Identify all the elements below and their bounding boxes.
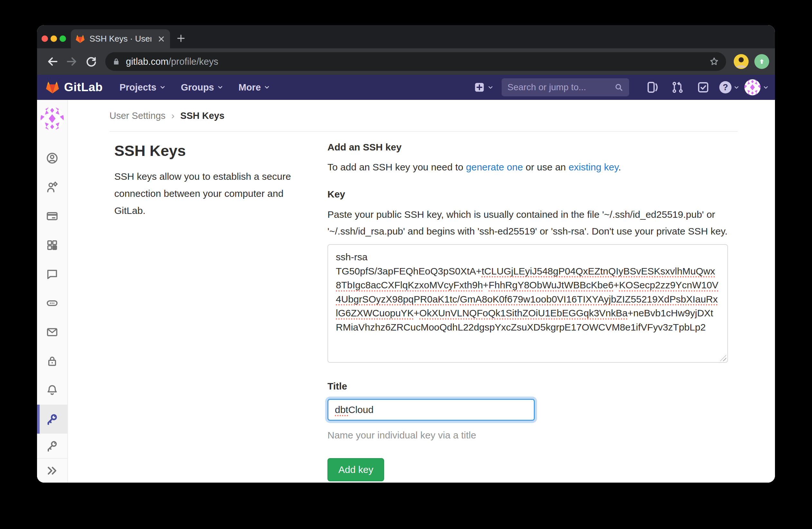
- url-path: /profile/keys: [169, 56, 218, 67]
- browser-profile-avatar[interactable]: [734, 54, 749, 69]
- chevron-down-icon: [734, 85, 739, 90]
- add-key-button[interactable]: Add key: [328, 458, 384, 481]
- form-title: Add an SSH key: [328, 142, 728, 153]
- ssh-key-textarea[interactable]: ssh-rsa TG50pfS/3apFEQhEoQ3pS0XtA+tCLUGj…: [328, 244, 728, 363]
- menu-projects[interactable]: Projects: [119, 82, 165, 93]
- sidebar-item-emails[interactable]: [37, 318, 67, 347]
- sidebar-item-ssh-keys[interactable]: [37, 405, 67, 434]
- menu-more[interactable]: More: [238, 82, 270, 93]
- page-content: User Settings › SSH Keys SSH Keys SSH ke…: [37, 100, 775, 483]
- todos-icon[interactable]: [697, 81, 710, 94]
- sidebar-item-notifications[interactable]: [37, 376, 67, 405]
- gpg-key-icon: [46, 440, 59, 452]
- tab-title: SSH Keys · User Settings · GitL: [89, 34, 151, 44]
- url-bar[interactable]: gitlab.com/profile/keys: [105, 52, 726, 71]
- reload-icon[interactable]: [85, 55, 98, 68]
- tab-strip: SSH Keys · User Settings · GitL: [37, 25, 775, 48]
- breadcrumb-ssh-keys: SSH Keys: [180, 111, 224, 121]
- gitlab-navbar: GitLab Projects Groups More Search or ju…: [37, 75, 775, 100]
- gitlab-favicon-icon: [75, 34, 85, 43]
- new-menu-button[interactable]: [474, 82, 493, 93]
- password-lock-icon: [46, 355, 59, 368]
- search-input[interactable]: Search or jump to...: [502, 78, 629, 96]
- section-description: SSH Keys SSH keys allow you to establish…: [114, 142, 298, 219]
- browser-toolbar: gitlab.com/profile/keys: [37, 48, 775, 75]
- issues-icon[interactable]: [645, 81, 658, 94]
- profile-icon: [46, 152, 59, 165]
- add-ssh-key-form: Add an SSH key To add an SSH key you nee…: [328, 142, 728, 483]
- search-icon: [614, 83, 623, 92]
- breadcrumb-divider: [110, 131, 738, 132]
- existing-key-link[interactable]: existing key: [569, 162, 619, 172]
- chevron-down-icon: [488, 85, 493, 90]
- title-field-help: Name your individual key via a title: [328, 430, 728, 441]
- title-field-label: Title: [328, 381, 728, 392]
- menu-groups[interactable]: Groups: [181, 82, 223, 93]
- ssh-key-icon: [46, 413, 59, 426]
- plus-square-icon: [474, 82, 485, 93]
- breadcrumb-user-settings[interactable]: User Settings: [110, 111, 165, 121]
- gitlab-logo-icon[interactable]: [45, 81, 60, 94]
- sidebar-item-chat[interactable]: [37, 260, 67, 289]
- sidebar-expand-button[interactable]: [37, 458, 67, 483]
- access-tokens-icon: [46, 297, 59, 310]
- browser-update-button[interactable]: [754, 54, 769, 69]
- sidebar-item-billing[interactable]: [37, 202, 67, 231]
- account-icon: [46, 181, 59, 194]
- page-title: SSH Keys: [114, 142, 298, 159]
- sidebar-item-password[interactable]: [37, 347, 67, 376]
- sidebar-item-applications[interactable]: [37, 231, 67, 260]
- close-window-button[interactable]: [42, 35, 48, 42]
- arrow-up-icon: [758, 58, 766, 66]
- sidebar-user-avatar: [37, 100, 67, 144]
- chevron-down-icon: [217, 84, 223, 90]
- sidebar-item-gpg-keys[interactable]: [37, 434, 67, 458]
- help-menu-button[interactable]: ?: [719, 81, 739, 94]
- forward-icon[interactable]: [66, 55, 78, 68]
- breadcrumb-separator: ›: [171, 110, 174, 121]
- chat-icon: [46, 268, 59, 281]
- key-field-label: Key: [328, 189, 728, 200]
- window-controls: [42, 35, 66, 42]
- desktop: { "browser": { "tab_title": "SSH Keys · …: [0, 0, 812, 529]
- breadcrumb: User Settings › SSH Keys: [110, 110, 224, 121]
- maximize-window-button[interactable]: [60, 35, 66, 42]
- billing-icon: [46, 210, 59, 223]
- close-tab-icon[interactable]: [157, 35, 165, 43]
- page-description: SSH keys allow you to establish a secure…: [114, 168, 298, 219]
- search-placeholder: Search or jump to...: [507, 82, 614, 92]
- double-chevron-right-icon: [46, 464, 59, 477]
- applications-icon: [46, 239, 59, 252]
- generate-one-link[interactable]: generate one: [466, 162, 523, 172]
- notifications-bell-icon: [46, 384, 59, 397]
- help-icon: ?: [719, 81, 731, 94]
- bookmark-star-icon[interactable]: [709, 56, 720, 67]
- new-tab-icon[interactable]: [175, 33, 186, 44]
- minimize-window-button[interactable]: [50, 35, 57, 42]
- form-intro: To add an SSH key you need to generate o…: [328, 162, 728, 173]
- user-avatar: [744, 79, 760, 95]
- browser-tab[interactable]: SSH Keys · User Settings · GitL: [71, 29, 170, 48]
- gitlab-wordmark[interactable]: GitLab: [64, 81, 103, 94]
- back-icon[interactable]: [46, 55, 59, 68]
- sidebar-item-profile[interactable]: [37, 144, 67, 173]
- chevron-down-icon: [763, 85, 769, 90]
- title-input[interactable]: dbt Cloud: [328, 399, 535, 421]
- url-host: gitlab.com: [126, 56, 169, 67]
- sidebar-item-access-tokens[interactable]: [37, 289, 67, 318]
- user-menu-button[interactable]: [744, 79, 769, 95]
- settings-sidebar: [37, 100, 68, 483]
- key-field-help: Paste your public SSH key, which is usua…: [328, 206, 728, 240]
- chevron-down-icon: [264, 84, 270, 90]
- browser-window: SSH Keys · User Settings · GitL gitlab.c…: [37, 25, 775, 483]
- emails-icon: [46, 326, 59, 339]
- merge-requests-icon[interactable]: [671, 81, 684, 94]
- sidebar-item-account[interactable]: [37, 173, 67, 202]
- lock-icon: [112, 57, 121, 66]
- chevron-down-icon: [160, 84, 165, 90]
